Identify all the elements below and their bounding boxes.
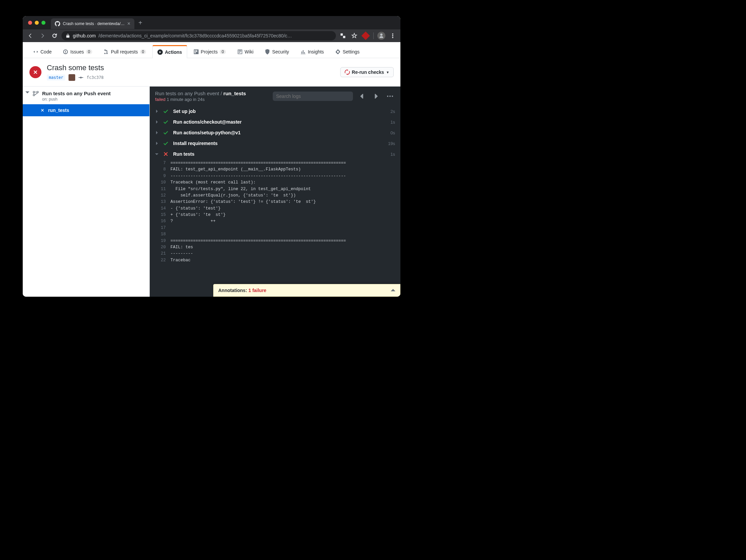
tab-insights[interactable]: Insights (295, 46, 329, 58)
search-logs[interactable] (273, 92, 353, 101)
tab-bar: Crash some tests · dementevda/… × + (23, 16, 400, 29)
svg-point-2 (392, 37, 393, 38)
toolbar-divider (373, 32, 374, 39)
step-row[interactable]: Run tests1s (150, 149, 400, 159)
caret-down-icon: ▼ (386, 70, 390, 74)
log-line: 22Tracebac (150, 257, 400, 264)
tab-issues[interactable]: Issues 0 (58, 46, 97, 58)
log-line: 19======================================… (150, 238, 400, 244)
step-duration: 2s (391, 109, 395, 114)
profile-button[interactable] (376, 31, 386, 41)
log-line: 8FAIL: test_get_api_endpoint (__main__.F… (150, 167, 400, 173)
commit-sha[interactable]: fc3c378 (87, 75, 104, 80)
chevron-down-icon (25, 91, 29, 94)
log-line: 9---------------------------------------… (150, 173, 400, 179)
workflow-row[interactable]: Run tests on any Push event on: push (23, 87, 149, 104)
log-menu-button[interactable] (385, 91, 395, 101)
log-line: 7=======================================… (150, 160, 400, 167)
log-line: 10Traceback (most recent call last): (150, 179, 400, 186)
reload-button[interactable] (50, 31, 59, 41)
step-row[interactable]: Run actions/setup-python@v10s (150, 127, 400, 138)
new-tab-button[interactable]: + (134, 19, 146, 27)
line-text: --------- (170, 250, 400, 257)
step-duration: 1s (391, 152, 395, 157)
close-tab-button[interactable]: × (127, 21, 131, 26)
log-header: Run tests on any Push event / run_tests … (150, 87, 400, 106)
back-button[interactable] (25, 31, 35, 41)
log-line: 15+ {'status': 'te st'} (150, 212, 400, 218)
line-text: Traceback (most recent call last): (170, 179, 400, 186)
line-number: 11 (150, 186, 170, 193)
step-duration: 1s (391, 120, 395, 125)
svg-point-0 (392, 33, 393, 34)
line-text (170, 231, 400, 238)
log-line: 16? ++ (150, 218, 400, 225)
log-line: 20FAIL: tes (150, 244, 400, 250)
extension-icon[interactable] (361, 31, 371, 41)
maximize-window-button[interactable] (41, 21, 46, 25)
line-text: - {'status': 'test'} (170, 205, 400, 212)
line-text: AssertionError: {'status': 'test'} != {'… (170, 199, 400, 205)
toolbar: github.com/dementevda/actions_ci_example… (23, 29, 400, 42)
status-rest: 1 minute ago in 24s (166, 97, 205, 102)
translate-button[interactable] (338, 31, 348, 41)
steps-list: Set up job2sRun actions/checkout@master1… (150, 106, 400, 297)
lock-icon (65, 33, 70, 38)
annotations-banner[interactable]: Annotations: 1 failure (213, 284, 400, 297)
search-input[interactable] (276, 93, 350, 99)
job-name: run_tests (48, 108, 69, 113)
step-duration: 0s (391, 130, 395, 135)
log-line: 13AssertionError: {'status': 'test'} != … (150, 199, 400, 205)
line-text: FAIL: test_get_api_endpoint (__main__.Fl… (170, 167, 400, 173)
log-line: 12 self.assertEqual(r.json, {'status': '… (150, 193, 400, 199)
log-line: 18 (150, 231, 400, 238)
check-header: Crash some tests master fc3c378 Re-run c… (23, 58, 400, 87)
line-number: 18 (150, 231, 170, 238)
next-button[interactable] (371, 91, 381, 101)
check-icon (163, 109, 168, 114)
line-number: 14 (150, 205, 170, 212)
step-row[interactable]: Set up job2s (150, 106, 400, 117)
tab-projects[interactable]: Projects 0 (189, 46, 231, 58)
line-text: ========================================… (170, 238, 400, 244)
tab-settings[interactable]: Settings (330, 46, 365, 58)
window-controls (23, 21, 51, 25)
tab-pull-requests[interactable]: Pull requests 0 (98, 46, 151, 58)
job-row-selected[interactable]: run_tests (23, 104, 149, 116)
minimize-window-button[interactable] (35, 21, 39, 25)
tab-code[interactable]: Code (28, 46, 56, 58)
close-window-button[interactable] (28, 21, 32, 25)
step-name: Run tests (173, 151, 386, 157)
branch-badge[interactable]: master (47, 75, 65, 81)
annotations-label: Annotations: (218, 288, 247, 293)
bookmark-button[interactable] (349, 31, 359, 41)
annotations-failure: 1 failure (247, 288, 266, 293)
forward-button[interactable] (37, 31, 48, 41)
status-word: failed (155, 97, 166, 102)
log-line: 17 (150, 225, 400, 231)
step-row[interactable]: Install requirements19s (150, 138, 400, 149)
line-text: File "src/tests.py", line 22, in test_ge… (170, 186, 400, 193)
github-icon (55, 21, 60, 26)
line-number: 16 (150, 218, 170, 225)
line-number: 10 (150, 179, 170, 186)
line-number: 9 (150, 173, 170, 179)
step-row[interactable]: Run actions/checkout@master1s (150, 117, 400, 127)
line-text: Tracebac (170, 257, 400, 264)
tab-actions[interactable]: Actions (152, 45, 187, 58)
browser-tab[interactable]: Crash some tests · dementevda/… × (51, 19, 134, 29)
log-line: 14- {'status': 'test'} (150, 205, 400, 212)
step-name: Run actions/checkout@master (173, 119, 386, 125)
address-bar[interactable]: github.com/dementevda/actions_ci_example… (61, 31, 336, 40)
status-fail-icon (29, 66, 41, 78)
rerun-checks-button[interactable]: Re-run checks ▼ (340, 67, 394, 77)
step-name: Run actions/setup-python@v1 (173, 130, 386, 135)
line-number: 21 (150, 250, 170, 257)
menu-button[interactable] (388, 31, 398, 41)
workflow-trigger: on: push (42, 97, 111, 101)
tab-security[interactable]: Security (260, 46, 294, 58)
prev-button[interactable] (357, 91, 367, 101)
author-avatar[interactable] (68, 74, 75, 81)
check-icon (163, 119, 168, 125)
tab-wiki[interactable]: Wiki (232, 46, 258, 58)
